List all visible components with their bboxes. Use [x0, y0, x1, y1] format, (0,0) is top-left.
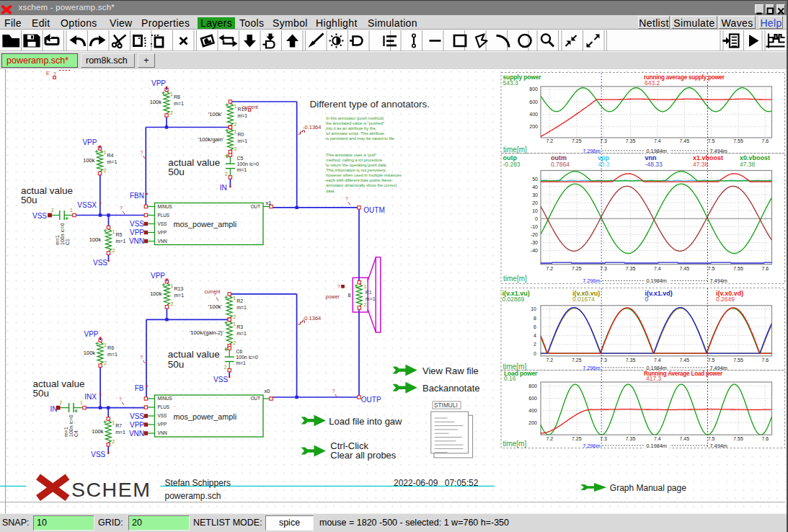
svg-text:VSS: VSS: [158, 413, 167, 418]
svg-text:VNN: VNN: [158, 430, 168, 435]
svg-text:50: 50: [532, 177, 538, 182]
svg-text:1: 1: [104, 342, 107, 347]
svg-text:m=1: m=1: [236, 167, 247, 172]
svg-text:0: 0: [645, 296, 649, 303]
svg-text:2: 2: [104, 360, 107, 365]
svg-text:100k: 100k: [84, 350, 96, 356]
svg-text:VSS: VSS: [130, 412, 144, 420]
svg-text:1: 1: [234, 104, 236, 109]
svg-text:?: ?: [140, 355, 143, 360]
svg-text:R6: R6: [107, 345, 114, 350]
svg-text:7.494m: 7.494m: [710, 278, 727, 284]
svg-text:INX: INX: [84, 393, 97, 401]
svg-text:7.55: 7.55: [733, 436, 743, 441]
svg-text:7.5: 7.5: [708, 266, 715, 271]
svg-text:1: 1: [170, 283, 173, 288]
svg-text:2: 2: [234, 122, 236, 127]
svg-text:VNN: VNN: [129, 237, 144, 245]
svg-text:100k: 100k: [83, 157, 95, 164]
svg-text:0.7864: 0.7864: [551, 161, 570, 168]
svg-text:2: 2: [534, 342, 536, 347]
svg-text:OUT: OUT: [251, 204, 260, 209]
svg-text:m=1: m=1: [174, 293, 184, 298]
svg-text:7.35: 7.35: [626, 358, 636, 363]
svg-text:m=1: m=1: [107, 352, 118, 357]
svg-text:m=1: m=1: [107, 159, 118, 164]
svg-text:VSSX: VSSX: [77, 201, 97, 209]
svg-text:8: 8: [534, 316, 536, 321]
svg-text:47.38: 47.38: [693, 161, 709, 168]
svg-text:m=1: m=1: [237, 138, 247, 143]
svg-text:to return the operating point: to return the operating point data.: [326, 162, 387, 167]
svg-text:x1: x1: [266, 200, 272, 206]
svg-text:VPP: VPP: [158, 230, 167, 235]
svg-text:417.3: 417.3: [646, 375, 662, 382]
svg-text:C6: C6: [236, 349, 242, 354]
svg-text:m=1: m=1: [63, 427, 68, 437]
svg-text:R0: R0: [237, 132, 244, 137]
svg-text:annotator dinamically show the: annotator dinamically show the correct: [326, 182, 397, 187]
svg-text:OUTM: OUTM: [363, 206, 384, 214]
svg-text:m=1: m=1: [174, 101, 184, 106]
svg-text:R13: R13: [174, 286, 183, 291]
svg-text:2: 2: [112, 248, 115, 253]
svg-text:100n ic=0: 100n ic=0: [236, 355, 258, 360]
svg-text:m=1: m=1: [366, 296, 376, 301]
svg-text:7.35: 7.35: [626, 138, 636, 143]
svg-text:1: 1: [226, 154, 229, 159]
svg-text:0.01674: 0.01674: [572, 296, 595, 303]
svg-text:VNN: VNN: [129, 430, 144, 438]
svg-text:0.1984m: 0.1984m: [647, 278, 667, 284]
svg-text:7.25: 7.25: [572, 436, 582, 441]
svg-text:7.35: 7.35: [626, 266, 636, 271]
svg-text:tcl annotate script. This attr: tcl annotate script. This attribute: [326, 130, 385, 136]
svg-text:50u: 50u: [168, 359, 185, 370]
svg-text:OUT: OUT: [251, 396, 260, 401]
svg-text:into it as an attribute by the: into it as an attribute by the: [326, 125, 376, 130]
svg-text:VPP: VPP: [130, 421, 144, 429]
svg-text:actual value: actual value: [168, 349, 220, 360]
svg-text:7.45: 7.45: [679, 138, 689, 143]
svg-text:0: 0: [534, 351, 536, 356]
svg-text:7.2: 7.2: [546, 358, 554, 363]
svg-text:R7: R7: [115, 423, 122, 428]
svg-text:-0.1364: -0.1364: [303, 124, 321, 130]
svg-text:600: 600: [529, 99, 538, 105]
svg-text:2: 2: [170, 301, 173, 306]
svg-text:VSS: VSS: [158, 221, 167, 226]
svg-text:Different type of annotators.: Different type of annotators.: [310, 99, 430, 110]
svg-text:7.55: 7.55: [733, 266, 743, 271]
svg-text:-40: -40: [531, 248, 538, 253]
svg-text:R1: R1: [366, 290, 372, 295]
svg-text:100n ic=0: 100n ic=0: [236, 161, 259, 167]
svg-text:R2: R2: [236, 298, 243, 303]
svg-text:100k: 100k: [89, 236, 102, 243]
svg-text:VSS: VSS: [213, 376, 228, 384]
svg-text:m=1: m=1: [237, 113, 247, 118]
svg-text:VSS: VSS: [93, 259, 107, 267]
svg-text:20: 20: [532, 200, 538, 205]
svg-text:VSS: VSS: [32, 212, 47, 220]
svg-text:'100k': '100k': [208, 111, 223, 118]
svg-text:643.2: 643.2: [645, 79, 660, 87]
svg-text:the annotated value is “pushed: the annotated value is “pushed”: [326, 120, 384, 125]
svg-text:View Raw file: View Raw file: [422, 365, 479, 376]
svg-text:2: 2: [60, 400, 63, 405]
svg-text:VSS: VSS: [91, 451, 105, 458]
svg-text:however when used in multiple: however when used in multiple instances: [326, 172, 402, 177]
svg-text:2: 2: [170, 110, 173, 115]
svg-text:40: 40: [532, 185, 538, 190]
svg-text:7.45: 7.45: [679, 266, 689, 271]
svg-text:7.4: 7.4: [654, 436, 661, 441]
svg-text:7.5: 7.5: [708, 358, 715, 363]
svg-text:7.6: 7.6: [762, 436, 769, 441]
svg-text:PLUS: PLUS: [158, 213, 169, 218]
svg-text:100n ic=0: 100n ic=0: [60, 223, 65, 245]
svg-text:2: 2: [51, 208, 54, 213]
svg-text:7.4: 7.4: [654, 138, 661, 143]
svg-text:SCHEM: SCHEM: [71, 478, 151, 501]
svg-text:OUTP: OUTP: [361, 396, 381, 404]
svg-text:50u: 50u: [33, 388, 50, 399]
svg-text:?: ?: [119, 396, 122, 402]
svg-text:7.45: 7.45: [679, 436, 689, 441]
